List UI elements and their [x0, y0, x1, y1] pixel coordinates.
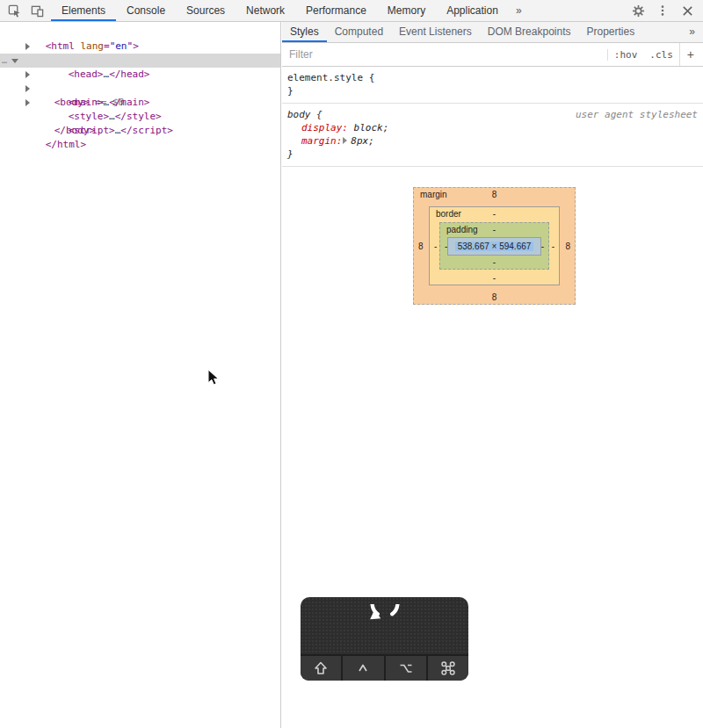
shift-key-icon [301, 656, 343, 681]
rule-close-brace: } [287, 148, 698, 161]
shorthand-expand-icon[interactable] [343, 137, 347, 144]
margin-top-value[interactable]: 8 [414, 190, 575, 199]
tab-memory[interactable]: Memory [377, 0, 436, 21]
rule-origin-label: user agent stylesheet [569, 108, 698, 121]
padding-right-value[interactable]: - [541, 241, 544, 251]
tree-node-body-close[interactable]: </body> [0, 110, 280, 124]
hover-state-toggle[interactable]: :hov [607, 49, 644, 61]
border-top-value[interactable]: - [430, 209, 559, 219]
tag-token: </html> [46, 139, 86, 150]
css-property-margin[interactable]: margin:8px; [287, 134, 698, 148]
tree-node-body-selected[interactable]: … <body> == $0 [0, 54, 280, 68]
property-value[interactable]: 8px; [351, 135, 374, 147]
border-bottom-value[interactable]: - [430, 273, 559, 283]
new-style-rule-button[interactable]: + [679, 43, 703, 66]
tab-properties[interactable]: Properties [578, 22, 642, 42]
tree-node-html-open[interactable]: <html lang="en"> [0, 25, 280, 40]
more-actions-hint[interactable]: … [2, 54, 6, 68]
tab-sources[interactable]: Sources [176, 0, 236, 21]
margin-left-value[interactable]: 8 [418, 241, 424, 251]
devtools-window: Elements Console Sources Network Perform… [0, 0, 703, 728]
elements-tree-pane: <html lang="en"> <head>…</head> … <body>… [0, 22, 281, 728]
tab-dom-breakpoints[interactable]: DOM Breakpoints [480, 22, 579, 42]
tab-elements[interactable]: Elements [51, 0, 116, 21]
toolbar-left-icons [0, 0, 51, 21]
content-size-value[interactable]: 538.667 × 594.667 [455, 241, 534, 251]
element-style-rule[interactable]: element.style { } [282, 67, 703, 104]
box-model-margin[interactable]: margin 8 8 8 8 border - - - - padding - … [413, 187, 576, 305]
tree-node-main[interactable]: <main>…</main> [0, 68, 280, 82]
rotate-counterclockwise-icon [365, 604, 405, 648]
mouse-cursor [207, 369, 221, 391]
collapse-arrow-icon[interactable] [11, 59, 18, 63]
tab-computed[interactable]: Computed [327, 22, 391, 42]
expand-arrow-icon[interactable] [25, 71, 30, 78]
expand-arrow-icon[interactable] [25, 43, 30, 50]
rule-selector[interactable]: body { [287, 108, 323, 121]
modifier-key-row [301, 654, 468, 681]
tab-application[interactable]: Application [436, 0, 509, 21]
tree-node-html-close[interactable]: </html> [0, 124, 280, 138]
property-name[interactable]: display: [301, 122, 348, 133]
keystroke-overlay [301, 597, 468, 681]
box-model-border[interactable]: border - - - - padding - - - - 538.667 ×… [429, 206, 560, 285]
box-model-padding[interactable]: padding - - - - 538.667 × 594.667 [439, 222, 549, 270]
kebab-menu-icon[interactable] [656, 4, 670, 18]
device-toolbar-icon[interactable] [30, 4, 44, 18]
border-right-value[interactable]: - [552, 241, 554, 251]
css-property-display[interactable]: display: block; [287, 121, 698, 134]
styles-filter-input[interactable] [282, 48, 607, 61]
class-toggle[interactable]: .cls [643, 49, 679, 61]
command-key-icon [428, 656, 468, 681]
padding-bottom-value[interactable]: - [440, 257, 548, 267]
styles-tab-bar: Styles Computed Event Listeners DOM Brea… [282, 22, 703, 43]
inspect-icon[interactable] [7, 4, 21, 18]
tab-console[interactable]: Console [116, 0, 176, 21]
option-key-icon [386, 656, 428, 681]
box-model-diagram: margin 8 8 8 8 border - - - - padding - … [413, 187, 576, 305]
rule-selector[interactable]: element.style { [287, 71, 374, 84]
margin-bottom-value[interactable]: 8 [414, 292, 575, 302]
styles-filter-bar: :hov .cls + [282, 43, 703, 67]
property-value[interactable]: block; [354, 122, 389, 133]
box-model-content[interactable]: 538.667 × 594.667 [447, 237, 541, 256]
tree-node-style[interactable]: <style>…</style> [0, 82, 280, 96]
tab-event-listeners[interactable]: Event Listeners [391, 22, 480, 42]
close-icon[interactable] [680, 4, 694, 18]
body-style-rule[interactable]: body { user agent stylesheet display: bl… [282, 104, 703, 167]
devtools-tab-bar: Elements Console Sources Network Perform… [51, 0, 529, 21]
tree-node-head[interactable]: <head>…</head> [0, 40, 280, 54]
tab-performance[interactable]: Performance [295, 0, 377, 21]
more-tabs-chevron[interactable]: » [509, 0, 529, 21]
border-left-value[interactable]: - [434, 241, 437, 251]
property-name[interactable]: margin: [301, 135, 342, 147]
tab-styles[interactable]: Styles [282, 22, 327, 42]
expand-arrow-icon[interactable] [25, 85, 30, 92]
margin-right-value[interactable]: 8 [565, 241, 570, 251]
devtools-toolbar: Elements Console Sources Network Perform… [0, 0, 703, 22]
toolbar-right-icons [631, 0, 703, 21]
tab-network[interactable]: Network [236, 0, 295, 21]
expand-arrow-icon[interactable] [25, 99, 30, 106]
more-tabs-chevron[interactable]: » [681, 22, 703, 42]
rule-close-brace: } [287, 84, 698, 97]
padding-top-value[interactable]: - [440, 225, 548, 234]
tree-node-script[interactable]: <script>…</script> [0, 96, 280, 110]
settings-gear-icon[interactable] [631, 4, 645, 18]
control-key-icon [343, 656, 385, 681]
